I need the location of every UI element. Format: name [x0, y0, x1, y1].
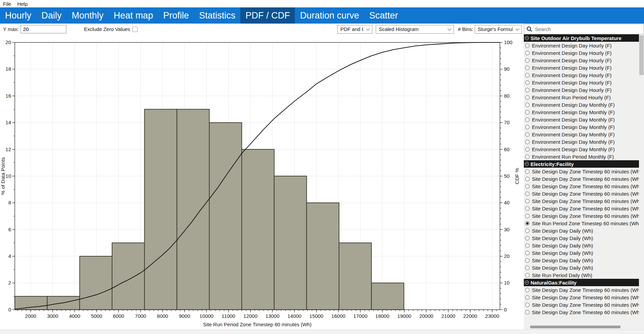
radio-icon[interactable] — [525, 147, 530, 152]
list-item[interactable]: Site Design Day Zone Timestep 60 minutes… — [524, 168, 639, 175]
radio-icon[interactable] — [525, 288, 530, 292]
radio-icon[interactable] — [525, 66, 530, 70]
list-item[interactable]: Site Design Day Zone Timestep 60 minutes… — [524, 197, 639, 205]
group-header[interactable]: NaturalGas:Facility — [524, 279, 639, 286]
radio-icon[interactable] — [525, 80, 530, 85]
list-item[interactable]: Environment Design Day Monthly (F) — [524, 131, 639, 138]
radio-icon[interactable] — [525, 103, 530, 107]
tab-profile[interactable]: Profile — [158, 7, 194, 24]
radio-icon[interactable] — [525, 310, 530, 314]
radio-icon[interactable] — [525, 266, 530, 270]
tab-pdf-cdf[interactable]: PDF / CDF — [240, 7, 295, 24]
list-item[interactable]: Environment Design Day Hourly (F) — [524, 86, 639, 94]
list-item[interactable]: Environment Design Day Hourly (F) — [524, 57, 639, 64]
list-item[interactable]: Environment Design Day Monthly (F) — [524, 138, 639, 145]
list-item[interactable]: Site Design Day Daily (Wh) — [524, 234, 639, 242]
list-item[interactable]: Site Design Day Zone Timestep 60 minutes… — [524, 190, 639, 197]
list-item[interactable]: Site Design Day Daily (Wh) — [524, 227, 639, 234]
y-max-input[interactable] — [21, 25, 66, 33]
list-item[interactable]: Site Design Day Zone Timestep 60 minutes… — [524, 308, 639, 316]
list-item[interactable]: Site Design Day Zone Timestep 60 minutes… — [524, 182, 639, 190]
list-item[interactable]: Site Design Day Daily (Wh) — [524, 242, 639, 249]
tab-statistics[interactable]: Statistics — [194, 7, 240, 24]
radio-icon[interactable] — [525, 43, 530, 48]
radio-icon[interactable] — [525, 155, 530, 159]
vertical-scrollbar[interactable] — [639, 34, 644, 325]
list-item[interactable]: Environment Design Day Hourly (F) — [524, 49, 639, 57]
group-header[interactable]: Site Outdoor Air Drybulb Temperature — [524, 34, 639, 42]
group-header-label: Electricity:Facility — [531, 161, 574, 167]
radio-icon[interactable] — [525, 206, 530, 211]
radio-icon[interactable] — [525, 177, 530, 181]
radio-icon[interactable] — [525, 295, 530, 300]
radio-icon[interactable] — [525, 251, 530, 255]
radio-icon[interactable] — [525, 221, 530, 226]
radio-icon[interactable] — [525, 125, 530, 129]
list-item[interactable]: Environment Run Period Monthly (F) — [524, 153, 639, 160]
list-item[interactable]: Environment Design Day Monthly (F) — [524, 101, 639, 108]
radio-icon[interactable] — [525, 199, 530, 203]
radio-icon[interactable] — [525, 169, 530, 174]
list-item[interactable]: Environment Design Day Hourly (F) — [524, 64, 639, 71]
radio-icon[interactable] — [525, 95, 530, 100]
radio-icon[interactable] — [525, 110, 530, 114]
list-item[interactable]: Site Design Day Zone Timestep 60 minutes… — [524, 286, 639, 294]
histogram-type-dropdown[interactable]: Scaled Histogram — [376, 25, 454, 34]
radio-icon[interactable] — [525, 243, 530, 248]
radio-icon[interactable] — [525, 88, 530, 92]
list-item[interactable]: Site Design Day Zone Timestep 60 minutes… — [524, 205, 639, 212]
tab-hourly[interactable]: Hourly — [0, 7, 36, 24]
radio-icon[interactable] — [525, 184, 530, 189]
list-item[interactable]: Environment Design Day Hourly (F) — [524, 42, 639, 49]
list-item[interactable]: Site Design Day Daily (Wh) — [524, 264, 639, 271]
list-item[interactable]: Environment Design Day Monthly (F) — [524, 145, 639, 153]
group-header[interactable]: Electricity:Facility — [524, 160, 639, 168]
exclude-zero-values-checkbox[interactable] — [132, 27, 138, 32]
radio-icon[interactable] — [525, 303, 530, 307]
list-item[interactable]: Site Design Day Zone Timestep 60 minutes… — [524, 175, 639, 182]
radio-icon[interactable] — [525, 73, 530, 77]
list-item[interactable]: Environment Design Day Monthly (F) — [524, 123, 639, 131]
radio-icon[interactable] — [525, 132, 530, 137]
tab-monthly[interactable]: Monthly — [67, 7, 109, 24]
list-item[interactable]: Site Design Day Daily (Wh) — [524, 257, 639, 264]
radio-icon[interactable] — [525, 236, 530, 240]
histogram-type-value: Scaled Histogram — [379, 26, 445, 32]
list-item[interactable]: Site Design Day Zone Timestep 60 minutes… — [524, 301, 639, 308]
radio-icon[interactable] — [525, 214, 530, 218]
list-item[interactable]: Environment Design Day Monthly (F) — [524, 108, 639, 116]
radio-icon[interactable] — [525, 118, 530, 122]
list-item[interactable]: Environment Design Day Hourly (F) — [524, 79, 639, 86]
bins-value: Sturge's Formula — [478, 26, 513, 32]
list-item[interactable]: Site Design Day Zone Timestep 60 minutes… — [524, 212, 639, 220]
radio-icon[interactable] — [525, 140, 530, 144]
list-item[interactable]: Site Design Day Zone Timestep 60 minutes… — [524, 294, 639, 301]
list-item[interactable]: Environment Run Period Hourly (F) — [524, 94, 639, 101]
radio-icon[interactable] — [525, 192, 530, 196]
radio-icon[interactable] — [525, 58, 530, 63]
menu-file[interactable]: File — [0, 1, 14, 7]
vertical-scrollbar-thumb[interactable] — [639, 35, 644, 75]
tab-heat-map[interactable]: Heat map — [109, 7, 158, 24]
list-item[interactable]: Site Run Period Daily (Wh) — [524, 271, 639, 279]
search-input[interactable] — [535, 26, 641, 32]
bins-dropdown[interactable]: Sturge's Formula — [475, 25, 522, 34]
histogram-bar — [371, 283, 404, 309]
horizontal-scrollbar[interactable] — [524, 325, 644, 329]
horizontal-scrollbar-thumb[interactable] — [530, 326, 620, 328]
tab-duration-curve[interactable]: Duration curve — [295, 7, 364, 24]
list-item[interactable]: Environment Design Day Monthly (F) — [524, 116, 639, 123]
radio-icon[interactable] — [525, 273, 530, 277]
radio-icon[interactable] — [525, 229, 530, 233]
radio-icon[interactable] — [525, 51, 530, 55]
list-item[interactable]: Site Run Period Zone Timestep 60 minutes… — [524, 220, 639, 227]
tab-daily[interactable]: Daily — [36, 7, 67, 24]
y-left-axis-title: % of Data Points — [0, 157, 6, 195]
menu-help[interactable]: Help — [14, 1, 31, 7]
list-item[interactable]: Environment Design Day Hourly (F) — [524, 71, 639, 79]
plot-type-dropdown[interactable]: PDF and CDF — [337, 25, 372, 34]
radio-icon[interactable] — [525, 258, 530, 263]
list-item[interactable]: Site Design Day Daily (Wh) — [524, 249, 639, 257]
y-right-tick-label: 70 — [504, 120, 510, 125]
tab-scatter[interactable]: Scatter — [364, 7, 403, 24]
